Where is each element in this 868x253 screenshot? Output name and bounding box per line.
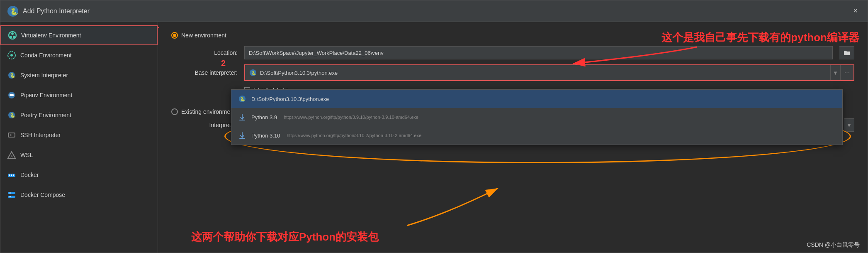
interpreter-select[interactable]: 🐍 D:\Soft\Python3.10.3\python.exe — [245, 65, 830, 80]
sidebar-item-ssh[interactable]: SSH Interpreter — [0, 125, 158, 145]
dropdown-item-url-python39: https://www.python.org/ftp/python/3.9.10… — [284, 115, 418, 120]
svg-point-5 — [13, 36, 15, 38]
dialog-title: Add Python Interpreter — [23, 7, 90, 15]
svg-point-4 — [10, 36, 12, 38]
svg-point-7 — [10, 54, 13, 56]
conda-icon — [7, 51, 16, 60]
sidebar-item-label-conda: Conda Environment — [20, 52, 72, 59]
sidebar-item-label-ssh: SSH Interpreter — [20, 132, 61, 138]
sidebar-item-pipenv[interactable]: Pipenv Environment — [0, 85, 158, 105]
dropdown-item-python310dl[interactable]: Python 3.10 https://www.python.org/ftp/p… — [231, 126, 842, 145]
svg-rect-19 — [9, 174, 10, 176]
svg-rect-20 — [11, 174, 12, 176]
python-logo-icon: 🐍 — [249, 69, 257, 76]
svg-rect-11 — [10, 94, 14, 96]
bottom-annotation-text: 这两个帮助你下载对应Python的安装包 — [191, 230, 379, 244]
sidebar-item-conda[interactable]: Conda Environment — [0, 45, 158, 65]
sidebar-item-label-system: System Interpreter — [20, 72, 68, 79]
svg-point-3 — [11, 32, 14, 35]
badge-2: 2 — [221, 59, 226, 68]
sidebar: Virtualenv Environment Conda Environment — [0, 22, 158, 253]
virtualenv-icon — [8, 31, 17, 40]
pipenv-icon — [7, 91, 16, 100]
close-button[interactable]: × — [850, 5, 861, 17]
sidebar-item-system[interactable]: 🐍 System Interpreter — [0, 65, 158, 85]
dropdown-item-text-python310dl: Python 3.10 — [251, 133, 280, 139]
sidebar-item-virtualenv[interactable]: Virtualenv Environment — [0, 25, 158, 45]
system-icon: 🐍 — [7, 71, 16, 80]
python-local-icon: 🐍 — [238, 95, 246, 103]
interpreter-label: Interpreter: — [171, 122, 238, 128]
sidebar-item-docker[interactable]: Docker — [0, 165, 158, 185]
sidebar-item-wsl[interactable]: A WSL — [0, 145, 158, 165]
new-environment-label: New environment — [181, 32, 226, 39]
svg-text:A: A — [10, 154, 13, 158]
dialog: 🐍 Add Python Interpreter × Virtualenv En… — [0, 0, 868, 253]
sidebar-item-label-virtualenv: Virtualenv Environment — [21, 32, 81, 39]
interpreter-dropdown-arrow[interactable]: ▼ — [830, 65, 840, 80]
sidebar-item-label-wsl: WSL — [20, 152, 33, 158]
svg-rect-24 — [9, 193, 10, 194]
svg-text:🐍: 🐍 — [10, 7, 18, 15]
sidebar-item-label-poetry: Poetry Environment — [20, 112, 71, 118]
svg-rect-25 — [10, 193, 11, 194]
download-icon-python310 — [238, 131, 246, 140]
docker-compose-icon — [7, 190, 16, 199]
poetry-icon: 🐍 — [7, 111, 16, 120]
new-environment-radio[interactable] — [171, 32, 178, 39]
svg-rect-26 — [9, 197, 10, 197]
download-icon-python39 — [238, 113, 246, 121]
new-environment-option[interactable]: New environment — [171, 32, 854, 39]
location-input[interactable] — [244, 46, 833, 59]
content-area: 1 New environment Location: Base inte — [158, 22, 868, 253]
dropdown-item-url-python310dl: https://www.python.org/ftp/python/3.10.2… — [287, 133, 421, 138]
sidebar-item-docker-compose[interactable]: Docker Compose — [0, 185, 158, 205]
dropdown-item-text-python39: Python 3.9 — [251, 114, 277, 120]
title-bar: 🐍 Add Python Interpreter × — [0, 0, 868, 22]
existing-environment-radio[interactable] — [171, 108, 178, 115]
svg-marker-15 — [10, 134, 12, 136]
interpreter-more-button[interactable]: ··· — [840, 65, 853, 80]
watermark: CSDN @小白鼠零号 — [807, 241, 860, 249]
main-content: Virtualenv Environment Conda Environment — [0, 22, 868, 253]
interpreter-dropdown: 🐍 D:\Soft\Python3.10.3\python.exe Python… — [231, 89, 843, 145]
location-folder-button[interactable] — [839, 46, 854, 59]
svg-text:🐍: 🐍 — [240, 96, 246, 102]
base-interpreter-row: Base interpreter: 2 🐍 D:\Soft\Python3.10… — [171, 64, 854, 81]
title-bar-left: 🐍 Add Python Interpreter — [7, 5, 90, 17]
svg-rect-27 — [10, 197, 11, 197]
badge-1: 1 — [158, 22, 159, 30]
dropdown-item-python310[interactable]: 🐍 D:\Soft\Python3.10.3\python.exe — [231, 90, 842, 108]
sidebar-item-label-docker-compose: Docker Compose — [20, 192, 65, 198]
location-row: Location: — [171, 46, 854, 59]
svg-text:🐍: 🐍 — [10, 72, 16, 78]
location-label: Location: — [171, 49, 238, 56]
sidebar-item-label-pipenv: Pipenv Environment — [20, 92, 72, 98]
dropdown-item-text-python310: D:\Soft\Python3.10.3\python.exe — [251, 96, 329, 102]
base-interpreter-label: Base interpreter: — [171, 69, 238, 76]
dialog-icon: 🐍 — [7, 5, 19, 17]
existing-environment-label: Existing environme — [181, 108, 230, 115]
dropdown-item-python39[interactable]: Python 3.9 https://www.python.org/ftp/py… — [231, 108, 842, 126]
svg-rect-21 — [13, 174, 14, 176]
ssh-icon — [7, 130, 16, 140]
interpreter-value: D:\Soft\Python3.10.3\python.exe — [260, 70, 338, 76]
sidebar-item-label-docker: Docker — [20, 172, 39, 178]
sidebar-item-poetry[interactable]: 🐍 Poetry Environment — [0, 105, 158, 125]
existing-interpreter-dropdown-arrow[interactable]: ▼ — [844, 118, 854, 132]
wsl-icon: A — [7, 150, 16, 160]
docker-icon — [7, 170, 16, 179]
svg-text:🐍: 🐍 — [10, 112, 16, 118]
interpreter-select-container[interactable]: 🐍 D:\Soft\Python3.10.3\python.exe ▼ ··· — [244, 64, 854, 81]
svg-text:🐍: 🐍 — [251, 71, 256, 76]
